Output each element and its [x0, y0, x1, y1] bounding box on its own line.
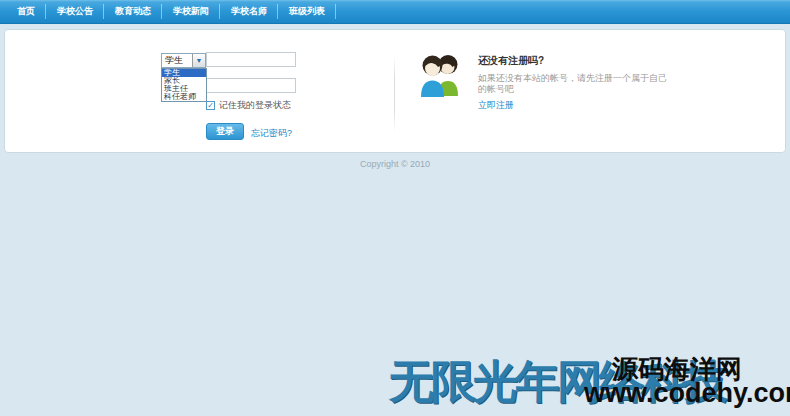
nav-item-class-list[interactable]: 班级列表 [278, 0, 336, 23]
nav-item-education-news[interactable]: 教育动态 [104, 0, 162, 23]
password-input[interactable] [206, 78, 296, 93]
role-select[interactable]: 学生 ▼ [161, 53, 206, 68]
role-option-student[interactable]: 学生 [162, 69, 206, 77]
nav-item-home[interactable]: 首页 [6, 0, 46, 23]
role-select-value: 学生 [162, 54, 192, 67]
login-page: 首页 学校公告 教育动态 学校新闻 学校名师 班级列表 学生 ▼ 学生 家长 班… [0, 0, 790, 416]
role-option-head-teacher[interactable]: 班主任 [162, 85, 206, 93]
register-description-line2: 的帐号吧 [478, 83, 514, 96]
login-button[interactable]: 登录 [206, 123, 244, 140]
login-panel: 学生 ▼ 学生 家长 班主任 科任老师 ✓ 记住我的登录状态 登录 忘记密码? [4, 29, 786, 153]
section-divider [394, 56, 395, 132]
register-now-link[interactable]: 立即注册 [478, 99, 514, 112]
chevron-down-icon[interactable]: ▼ [192, 54, 205, 67]
role-dropdown-list: 学生 家长 班主任 科任老师 [161, 68, 207, 102]
copyright-text: Copyright © 2010 [0, 159, 790, 169]
top-nav: 首页 学校公告 教育动态 学校新闻 学校名师 班级列表 [0, 0, 790, 24]
role-option-subject-teacher[interactable]: 科任老师 [162, 93, 206, 101]
remember-me-label: 记住我的登录状态 [219, 99, 291, 112]
register-title: 还没有注册吗? [478, 54, 544, 68]
watermark-site-url: www.codehy.com [584, 378, 790, 409]
nav-item-school-announcements[interactable]: 学校公告 [46, 0, 104, 23]
forgot-password-link[interactable]: 忘记密码? [251, 127, 292, 140]
username-input[interactable] [206, 52, 296, 67]
nav-item-school-news[interactable]: 学校新闻 [162, 0, 220, 23]
two-users-icon [418, 51, 464, 98]
remember-me-checkbox[interactable]: ✓ [206, 101, 215, 110]
role-option-parent[interactable]: 家长 [162, 77, 206, 85]
nav-item-school-teachers[interactable]: 学校名师 [220, 0, 278, 23]
remember-me-row: ✓ 记住我的登录状态 [206, 100, 291, 110]
